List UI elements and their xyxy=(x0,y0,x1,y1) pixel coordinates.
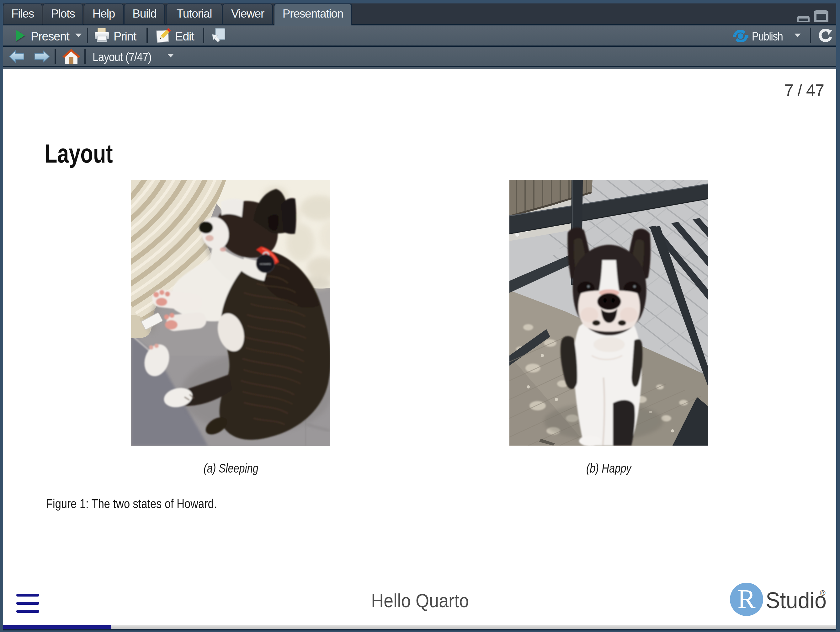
svg-text:HOWARD: HOWARD xyxy=(260,263,271,265)
